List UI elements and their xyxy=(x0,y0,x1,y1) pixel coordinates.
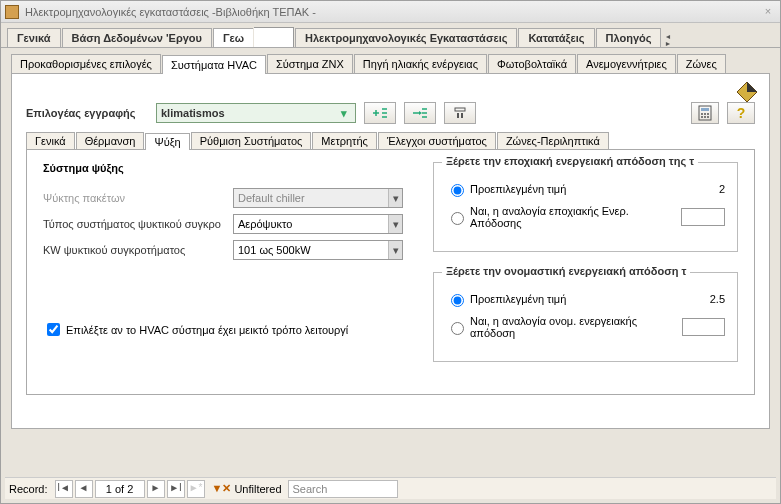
nominal-title: Ξέρετε την ονομαστική ενεργειακή απόδοση… xyxy=(442,265,690,277)
nav-prev-button[interactable]: ◄ xyxy=(75,480,93,498)
tab-general[interactable]: Γενικά xyxy=(7,28,61,47)
chiller-type-combo[interactable]: Αερόψυκτο ▾ xyxy=(233,214,403,234)
tab-rankings[interactable]: Κατατάξεις xyxy=(518,28,594,47)
filter-icon: ▼✕ xyxy=(212,482,232,495)
tab-wizard[interactable]: Πλοηγός xyxy=(596,28,662,47)
titlebar: Ηλεκτρομηχανολογικές εγκαταστάσεις -Βιβλ… xyxy=(1,1,780,23)
kw-value: 101 ως 500kW xyxy=(238,244,311,256)
app-window: Ηλεκτρομηχανολογικές εγκαταστάσεις -Βιβλ… xyxy=(0,0,781,504)
svg-point-11 xyxy=(704,116,706,118)
mixed-mode-label: Επιλέξτε αν το HVAC σύστημα έχει μεικτό … xyxy=(66,324,348,336)
cooling-panel: Σύστημα ψύξης Ψύκτης πακέτων Default chi… xyxy=(26,150,755,395)
nominal-ratio-input[interactable] xyxy=(682,318,725,336)
delete-record-button[interactable] xyxy=(444,102,476,124)
mixed-mode-checkbox[interactable] xyxy=(47,323,60,336)
nominal-ratio-radio[interactable] xyxy=(451,322,464,335)
svg-point-9 xyxy=(707,113,709,115)
nominal-groupbox: Ξέρετε την ονομαστική ενεργειακή απόδοση… xyxy=(433,272,738,362)
chevron-down-icon: ▾ xyxy=(388,215,402,233)
svg-rect-3 xyxy=(457,113,459,118)
innertab-sys-checks[interactable]: Έλεγχοι συστήματος xyxy=(378,132,496,149)
search-input[interactable]: Search xyxy=(288,480,398,498)
inner-tab-strip: Γενικά Θέρμανση Ψύξη Ρύθμιση Συστήματος … xyxy=(26,132,755,150)
innertab-general[interactable]: Γενικά xyxy=(26,132,75,149)
svg-rect-4 xyxy=(461,113,463,118)
pack-chiller-label: Ψύκτης πακέτων xyxy=(43,192,233,204)
seasonal-default-radio[interactable] xyxy=(451,184,464,197)
nav-next-button[interactable]: ► xyxy=(147,480,165,498)
tab-project-db[interactable]: Βάση Δεδομένων 'Εργου xyxy=(62,28,212,47)
tab-scroll-arrows[interactable]: ◄ ► xyxy=(664,33,671,47)
seasonal-default-label: Προεπιλεγμένη τιμή xyxy=(470,183,566,195)
seasonal-groupbox: Ξέρετε την εποχιακή ενεργειακή απόδοση τ… xyxy=(433,162,738,252)
main-tab-strip: Γενικά Βάση Δεδομένων 'Εργου Γεω Ηλεκτρο… xyxy=(1,23,780,48)
svg-point-10 xyxy=(701,116,703,118)
tab-geo-input[interactable] xyxy=(254,27,294,47)
calculator-icon xyxy=(698,105,712,121)
tab-scroll-right-icon[interactable]: ► xyxy=(664,40,671,47)
subtab-pv[interactable]: Φωτοβολταϊκά xyxy=(488,54,576,73)
new-record-icon xyxy=(372,106,388,120)
svg-point-7 xyxy=(701,113,703,115)
help-button[interactable]: ? xyxy=(727,102,755,124)
window-title: Ηλεκτρομηχανολογικές εγκαταστάσεις -Βιβλ… xyxy=(25,6,316,18)
record-navigator: Record: I◄ ◄ 1 of 2 ► ►I ►* ▼✕ Unfiltere… xyxy=(5,477,776,499)
tab-mep[interactable]: Ηλεκτρομηχανολογικές Εγκαταστάσεις xyxy=(295,28,517,47)
innertab-meter[interactable]: Μετρητής xyxy=(312,132,377,149)
record-selector-label: Επιλογέας εγγραφής xyxy=(26,107,156,119)
seasonal-ratio-radio[interactable] xyxy=(451,212,464,225)
chiller-type-value: Αερόψυκτο xyxy=(238,218,292,230)
chiller-type-label: Τύπος συστήματος ψυκτικού συγκρο xyxy=(43,218,233,230)
svg-rect-2 xyxy=(455,108,465,111)
nav-first-button[interactable]: I◄ xyxy=(55,480,73,498)
calculator-button[interactable] xyxy=(691,102,719,124)
svg-rect-6 xyxy=(701,108,709,111)
nominal-default-label: Προεπιλεγμένη τιμή xyxy=(470,293,566,305)
svg-marker-1 xyxy=(747,82,757,92)
seasonal-title: Ξέρετε την εποχιακή ενεργειακή απόδοση τ… xyxy=(442,155,698,167)
kw-combo[interactable]: 101 ως 500kW ▾ xyxy=(233,240,403,260)
innertab-cooling[interactable]: Ψύξη xyxy=(145,133,189,150)
close-icon[interactable]: × xyxy=(760,4,776,20)
subtab-hvac[interactable]: Συστήματα HVAC xyxy=(162,55,266,74)
subtab-wind[interactable]: Ανεμογεννήτριες xyxy=(577,54,676,73)
filter-status[interactable]: Unfiltered xyxy=(234,483,281,495)
nominal-default-radio[interactable] xyxy=(451,294,464,307)
innertab-zones-summary[interactable]: Ζώνες-Περιληπτικά xyxy=(497,132,609,149)
delete-record-icon xyxy=(452,106,468,120)
hvac-panel: Επιλογέας εγγραφής klimatismos ▾ xyxy=(11,74,770,429)
new-record-button[interactable] xyxy=(364,102,396,124)
svg-point-8 xyxy=(704,113,706,115)
panel-logo-icon xyxy=(735,80,759,104)
svg-point-12 xyxy=(707,116,709,118)
subtab-znx[interactable]: Σύστημα ΖΝΧ xyxy=(267,54,353,73)
nav-new-button[interactable]: ►* xyxy=(187,480,205,498)
tab-scroll-left-icon[interactable]: ◄ xyxy=(664,33,671,40)
pack-chiller-combo: Default chiller ▾ xyxy=(233,188,403,208)
tab-geo[interactable]: Γεω xyxy=(213,28,253,47)
cooling-section-title: Σύστημα ψύξης xyxy=(43,162,423,174)
seasonal-default-value: 2 xyxy=(685,183,725,195)
help-icon: ? xyxy=(737,105,746,121)
innertab-system-reg[interactable]: Ρύθμιση Συστήματος xyxy=(191,132,312,149)
nav-last-button[interactable]: ►I xyxy=(167,480,185,498)
seasonal-ratio-input[interactable] xyxy=(681,208,725,226)
chevron-down-icon: ▾ xyxy=(388,241,402,259)
nominal-default-value: 2.5 xyxy=(685,293,725,305)
record-selector-value: klimatismos xyxy=(161,107,225,119)
sub-tab-strip: Προκαθορισμένες επιλογές Συστήματα HVAC … xyxy=(11,54,770,74)
innertab-heating[interactable]: Θέρμανση xyxy=(76,132,145,149)
chevron-down-icon: ▾ xyxy=(337,107,351,120)
duplicate-record-icon xyxy=(412,106,428,120)
subtab-presets[interactable]: Προκαθορισμένες επιλογές xyxy=(11,54,161,73)
duplicate-record-button[interactable] xyxy=(404,102,436,124)
nav-position[interactable]: 1 of 2 xyxy=(95,480,145,498)
subtab-zones[interactable]: Ζώνες xyxy=(677,54,726,73)
seasonal-ratio-label: Ναι, η αναλογία εποχιακής Ενερ. Απόδοσης xyxy=(470,205,681,229)
record-selector-combo[interactable]: klimatismos ▾ xyxy=(156,103,356,123)
app-icon xyxy=(5,5,19,19)
subtab-solar[interactable]: Πηγή ηλιακής ενέργειας xyxy=(354,54,487,73)
record-label: Record: xyxy=(9,483,48,495)
pack-chiller-value: Default chiller xyxy=(238,192,305,204)
nominal-ratio-label: Ναι, η αναλογία ονομ. ενεργειακής απόδοσ… xyxy=(470,315,682,339)
